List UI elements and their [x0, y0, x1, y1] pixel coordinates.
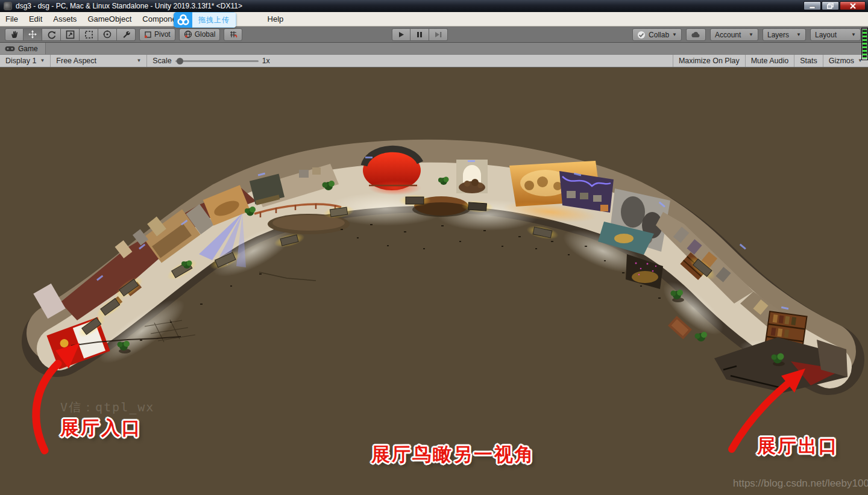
- scale-tool-button[interactable]: [61, 28, 80, 41]
- display-dropdown[interactable]: Display 1▼: [0, 55, 51, 67]
- menu-file[interactable]: File: [0, 13, 24, 25]
- global-toggle-button[interactable]: Global: [179, 28, 221, 41]
- scale-control: Scale 1x: [147, 55, 275, 67]
- layout-dropdown[interactable]: Layout▼: [810, 28, 861, 41]
- cloud-button[interactable]: [686, 28, 706, 41]
- annotation-arrows: [36, 343, 805, 450]
- view-tabs: Game: [0, 43, 868, 54]
- unity-app-icon: [4, 2, 12, 10]
- stats-toggle[interactable]: Stats: [794, 55, 823, 67]
- recording-level-meter: [861, 28, 868, 60]
- collab-dropdown[interactable]: Collab▼: [632, 28, 682, 41]
- custom-tools-button[interactable]: [117, 28, 136, 41]
- window-title: dsg3 - dsg - PC, Mac & Linux Standalone …: [16, 2, 242, 10]
- menu-gameobject[interactable]: GameObject: [82, 13, 137, 25]
- mute-audio-toggle[interactable]: Mute Audio: [745, 55, 794, 67]
- arch-doorway: [456, 160, 488, 193]
- titlebar: dsg3 - dsg - PC, Mac & Linux Standalone …: [0, 0, 868, 12]
- tab-game[interactable]: Game: [0, 43, 46, 54]
- menubar: File Edit Assets GameObject Component He…: [0, 12, 868, 26]
- scale-slider-handle[interactable]: [177, 58, 183, 64]
- baidu-netdisk-upload-overlay[interactable]: 拖拽上传: [174, 12, 236, 28]
- rotate-tool-button[interactable]: [42, 28, 61, 41]
- toolbar: Pivot Global Collab▼: [0, 26, 868, 43]
- move-tool-button[interactable]: [24, 28, 42, 41]
- restore-button[interactable]: [822, 1, 839, 10]
- menu-help[interactable]: Help: [262, 13, 289, 25]
- close-button[interactable]: [840, 1, 866, 10]
- caption-label: 展厅鸟瞰另一视角: [371, 442, 535, 467]
- rect-tool-button[interactable]: [80, 28, 98, 41]
- entrance-label: 展厅入口: [60, 416, 142, 441]
- scale-slider[interactable]: [175, 60, 259, 62]
- grid-snap-button[interactable]: [224, 28, 242, 41]
- menu-edit[interactable]: Edit: [24, 13, 48, 25]
- transform-tool-button[interactable]: [98, 28, 117, 41]
- maximize-on-play-toggle[interactable]: Maximize On Play: [673, 55, 745, 67]
- baidu-netdisk-icon: [174, 12, 192, 28]
- game-view-controls: Display 1▼ Free Aspect▼ Scale 1x Maximiz…: [0, 54, 868, 67]
- pivot-toggle-button[interactable]: Pivot: [139, 28, 175, 41]
- wechat-watermark: V信：qtpl_wx: [60, 399, 154, 416]
- unity-editor-window: dsg3 - dsg - PC, Mac & Linux Standalone …: [0, 0, 868, 495]
- step-button[interactable]: [429, 28, 448, 41]
- red-theater: [363, 149, 421, 195]
- play-button[interactable]: [392, 28, 410, 41]
- game-viewport[interactable]: V信：qtpl_wx 展厅入口 展厅鸟瞰另一视角 展厅出口 https://bl…: [0, 67, 868, 495]
- drag-upload-label: 拖拽上传: [192, 12, 236, 28]
- account-dropdown[interactable]: Account▼: [710, 28, 758, 41]
- minimize-button[interactable]: [804, 1, 821, 10]
- menu-assets[interactable]: Assets: [48, 13, 82, 25]
- gamepad-icon: [5, 46, 15, 52]
- hand-tool-button[interactable]: [5, 28, 24, 41]
- scale-value: 1x: [262, 57, 270, 65]
- exit-label: 展厅出口: [757, 434, 839, 459]
- pause-button[interactable]: [410, 28, 429, 41]
- aspect-dropdown[interactable]: Free Aspect▼: [51, 55, 147, 67]
- layers-dropdown[interactable]: Layers▼: [763, 28, 806, 41]
- blog-url-watermark: https://blog.csdn.net/leeby100: [733, 478, 868, 490]
